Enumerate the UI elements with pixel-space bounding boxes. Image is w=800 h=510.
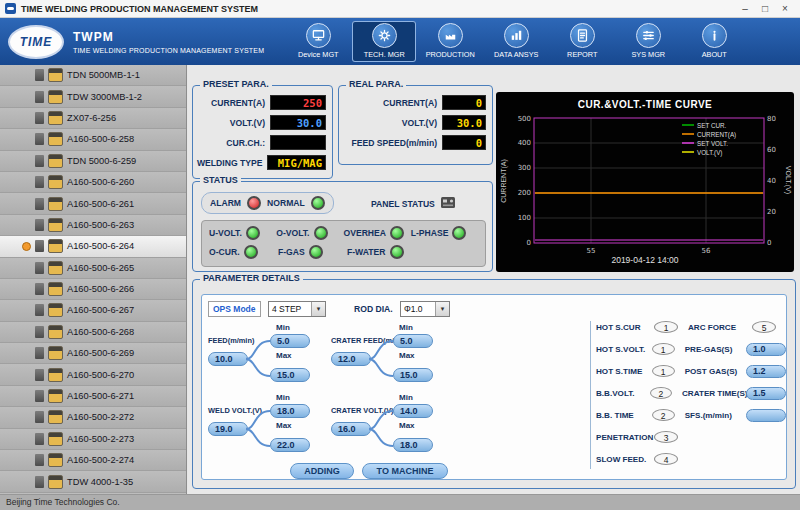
weld-volt-max-field[interactable]: 22.0 xyxy=(270,438,310,452)
status-indicator: O-VOLT. xyxy=(276,226,343,240)
crater-volt-value-field[interactable]: 16.0 xyxy=(331,422,371,436)
bb-volt-field[interactable]: 2 xyxy=(650,387,672,399)
device-list-item[interactable]: A160-500-2-272 xyxy=(0,407,186,428)
maximize-button[interactable]: □ xyxy=(755,1,775,17)
post-gas-field[interactable]: 1.2 xyxy=(746,365,786,378)
setting-row-slow-feed: SLOW FEED. 4 xyxy=(596,452,786,466)
device-label: A160-500-6-258 xyxy=(67,134,134,144)
device-label: TDN 5000-6-259 xyxy=(67,156,136,166)
crater-volt-param-group: Min CRATER VOLT.(V) 14.0 16.0 Max 18.0 xyxy=(329,393,439,453)
pre-gas-field[interactable]: 1.0 xyxy=(746,343,786,356)
welder-machine-icon xyxy=(48,432,63,446)
device-list-item[interactable]: TDW 3000MB-1-2 xyxy=(0,86,186,107)
nav-data-ansys[interactable]: DATA ANSYS xyxy=(484,21,548,62)
panel-status-icon xyxy=(440,195,456,213)
to-machine-button[interactable]: TO MACHINE xyxy=(362,463,448,479)
feed-max-field[interactable]: 15.0 xyxy=(270,368,310,382)
status-group: STATUS ALARM NORMAL PANEL STATUS U-VOLT. xyxy=(192,181,493,272)
app-window: TIME WELDING PRODUCTION MANAGEMENT SYSTE… xyxy=(0,0,800,510)
bb-time-field[interactable]: 2 xyxy=(652,409,675,421)
device-chip-icon xyxy=(35,69,44,81)
feed-value-field[interactable]: 10.0 xyxy=(208,352,248,366)
device-list-item[interactable]: A160-500-6-264 xyxy=(0,236,186,257)
crater-volt-min-field[interactable]: 14.0 xyxy=(393,404,433,418)
close-button[interactable]: × xyxy=(775,1,795,17)
arc-force-field[interactable]: 5 xyxy=(752,321,776,333)
welder-machine-icon xyxy=(48,197,63,211)
svg-text:60: 60 xyxy=(767,146,776,154)
device-chip-icon xyxy=(35,454,44,466)
nav-about[interactable]: ABOUT xyxy=(682,21,746,62)
device-list-item[interactable]: A160-500-2-273 xyxy=(0,429,186,450)
about-info-icon xyxy=(702,23,727,48)
ops-mode-select[interactable]: 4 STEP ▾ xyxy=(268,301,326,317)
hot-s-cur-field[interactable]: 1 xyxy=(654,321,678,333)
preset-curch-row: CUR.CH.: xyxy=(197,135,326,150)
device-list-item[interactable]: A160-500-6-267 xyxy=(0,300,186,321)
nav-sys-mgr[interactable]: SYS MGR xyxy=(616,21,680,62)
real-current-row: CURRENT(A) 0 xyxy=(343,95,486,110)
rod-dropdown-arrow-icon[interactable]: ▾ xyxy=(435,302,449,316)
welder-machine-icon xyxy=(48,239,63,253)
welder-machine-icon xyxy=(48,325,63,339)
crater-feed-max-field[interactable]: 15.0 xyxy=(393,368,433,382)
welder-machine-icon xyxy=(48,368,63,382)
welder-machine-icon xyxy=(48,68,63,82)
nav-production[interactable]: PRODUCTION xyxy=(418,21,482,62)
weld-volt-min-field[interactable]: 18.0 xyxy=(270,404,310,418)
device-chip-icon xyxy=(35,304,44,316)
device-label: A160-500-6-263 xyxy=(67,220,134,230)
device-chip-icon xyxy=(35,176,44,188)
svg-text:20: 20 xyxy=(767,208,776,216)
crater-time-field[interactable]: 1.5 xyxy=(746,387,786,400)
device-list-item[interactable]: ZX07-6-256 xyxy=(0,108,186,129)
adding-button[interactable]: ADDING xyxy=(290,463,354,479)
welder-machine-icon xyxy=(48,218,63,232)
crater-volt-max-field[interactable]: 18.0 xyxy=(393,438,433,452)
ops-dropdown-arrow-icon[interactable]: ▾ xyxy=(311,302,325,316)
weld-volt-value-field[interactable]: 19.0 xyxy=(208,422,248,436)
device-list-item[interactable]: A160-500-6-261 xyxy=(0,193,186,214)
nav-device-mgt[interactable]: Device MGT xyxy=(286,21,350,62)
hot-s-time-field[interactable]: 1 xyxy=(652,365,675,377)
welder-machine-icon xyxy=(48,282,63,296)
preset-para-title: PRESET PARA. xyxy=(200,79,272,89)
welder-machine-icon xyxy=(48,475,63,489)
crater-feed-min-field[interactable]: 5.0 xyxy=(393,334,433,348)
svg-text:100: 100 xyxy=(518,214,531,222)
crater-feed-value-field[interactable]: 12.0 xyxy=(331,352,371,366)
slow-feed-field[interactable]: 4 xyxy=(654,453,678,465)
penetration-field[interactable]: 3 xyxy=(654,431,678,443)
device-list-item[interactable]: A160-500-6-258 xyxy=(0,129,186,150)
device-chip-icon xyxy=(35,155,44,167)
device-chip-icon xyxy=(35,390,44,402)
device-list-item[interactable]: A160-500-6-266 xyxy=(0,279,186,300)
company-name: Beijing Time Technologies Co. xyxy=(6,497,120,507)
rod-dia-select[interactable]: Φ1.0 ▾ xyxy=(400,301,450,317)
device-list-item[interactable]: A160-500-6-265 xyxy=(0,258,186,279)
svg-text:0: 0 xyxy=(767,239,771,247)
chart-timestamp: 2019-04-12 14:00 xyxy=(611,255,678,265)
minimize-button[interactable]: – xyxy=(735,1,755,17)
device-list-item[interactable]: A160-500-6-271 xyxy=(0,386,186,407)
feed-min-field[interactable]: 5.0 xyxy=(270,334,310,348)
device-label: A160-500-6-268 xyxy=(67,327,134,337)
brace-connector xyxy=(369,405,395,451)
sfs-field[interactable] xyxy=(746,409,786,422)
device-list-item[interactable]: A160-500-6-263 xyxy=(0,215,186,236)
nav-tech-mgr[interactable]: TECH. MGR xyxy=(352,21,416,62)
chart-legend: SET CUR. CURRENT(A) SET VOLT. VOLT.(V) xyxy=(682,122,736,157)
device-list-item[interactable]: A160-500-6-268 xyxy=(0,322,186,343)
device-list-item[interactable]: A160-500-6-269 xyxy=(0,343,186,364)
device-list-item[interactable]: TDW 4000-1-35 xyxy=(0,471,186,492)
device-list-item[interactable]: TDN 5000MB-1-1 xyxy=(0,65,186,86)
brace-connector xyxy=(369,335,395,381)
nav-report[interactable]: REPORT xyxy=(550,21,614,62)
hot-s-volt-field[interactable]: 1 xyxy=(652,343,675,355)
device-label: A160-500-6-266 xyxy=(67,284,134,294)
device-chip-icon xyxy=(35,198,44,210)
device-list-item[interactable]: A160-500-2-274 xyxy=(0,450,186,471)
device-list-item[interactable]: A160-500-6-260 xyxy=(0,172,186,193)
device-list-item[interactable]: A160-500-6-270 xyxy=(0,364,186,385)
device-list-item[interactable]: TDN 5000-6-259 xyxy=(0,151,186,172)
